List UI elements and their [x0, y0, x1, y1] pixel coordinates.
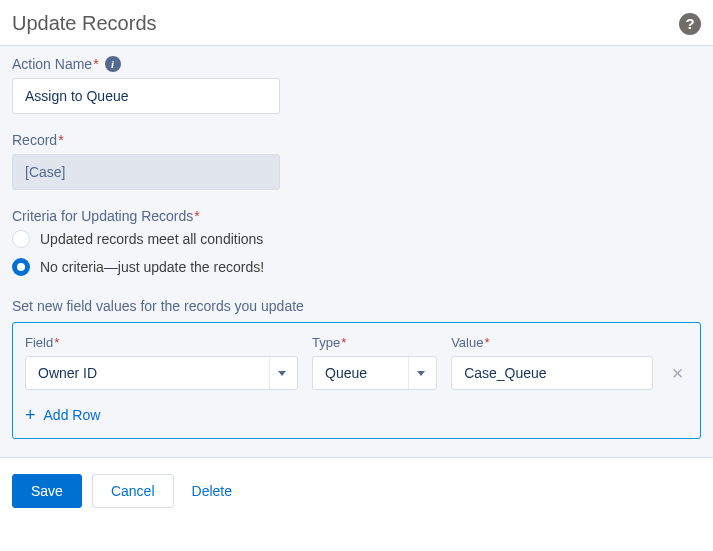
radio-circle [12, 230, 30, 248]
action-name-input[interactable] [12, 78, 280, 114]
info-icon[interactable]: i [105, 56, 121, 72]
field-row: Field* Owner ID Type* Queue [25, 335, 688, 390]
field-select-value: Owner ID [38, 365, 97, 381]
field-col-label-type: Type* [312, 335, 437, 350]
action-name-group: Action Name* i [12, 56, 701, 114]
radio-circle-selected [12, 258, 30, 276]
record-input [12, 154, 280, 190]
field-values-section-label: Set new field values for the records you… [12, 298, 701, 314]
field-col-label-value: Value* [451, 335, 653, 350]
field-values-box: Field* Owner ID Type* Queue [12, 322, 701, 439]
required-mark: * [54, 335, 59, 350]
close-icon: × [672, 362, 684, 385]
required-mark: * [341, 335, 346, 350]
value-input[interactable] [451, 356, 653, 390]
criteria-option-no-criteria[interactable]: No criteria—just update the records! [12, 258, 701, 276]
save-button[interactable]: Save [12, 474, 82, 508]
modal-footer: Save Cancel Delete [0, 457, 713, 524]
remove-row-button[interactable]: × [667, 356, 688, 390]
add-row-button[interactable]: + Add Row [25, 406, 688, 424]
delete-button[interactable]: Delete [184, 474, 240, 508]
field-col-field: Field* Owner ID [25, 335, 298, 390]
chevron-box [408, 357, 432, 389]
required-mark: * [58, 132, 63, 148]
action-name-label-row: Action Name* i [12, 56, 701, 72]
type-select[interactable]: Queue [312, 356, 437, 390]
modal-title: Update Records [12, 12, 157, 35]
radio-label: Updated records meet all conditions [40, 231, 263, 247]
modal-header: Update Records ? [0, 0, 713, 46]
radio-label: No criteria—just update the records! [40, 259, 264, 275]
help-icon[interactable]: ? [679, 13, 701, 35]
cancel-button[interactable]: Cancel [92, 474, 174, 508]
criteria-group: Criteria for Updating Records* Updated r… [12, 208, 701, 276]
modal-body: Action Name* i Record* Criteria for Upda… [0, 46, 713, 457]
record-group: Record* [12, 132, 701, 190]
required-mark: * [194, 208, 199, 224]
field-col-value: Value* [451, 335, 653, 390]
criteria-option-all-conditions[interactable]: Updated records meet all conditions [12, 230, 701, 248]
type-select-value: Queue [325, 365, 367, 381]
field-col-label-field: Field* [25, 335, 298, 350]
chevron-down-icon [417, 371, 425, 376]
record-label: Record* [12, 132, 701, 148]
plus-icon: + [25, 406, 36, 424]
criteria-radio-group: Updated records meet all conditions No c… [12, 230, 701, 276]
add-row-label: Add Row [44, 407, 101, 423]
required-mark: * [484, 335, 489, 350]
criteria-label: Criteria for Updating Records* [12, 208, 701, 224]
required-mark: * [93, 56, 98, 72]
field-col-type: Type* Queue [312, 335, 437, 390]
action-name-label: Action Name* [12, 56, 99, 72]
chevron-box [269, 357, 293, 389]
field-select[interactable]: Owner ID [25, 356, 298, 390]
chevron-down-icon [278, 371, 286, 376]
